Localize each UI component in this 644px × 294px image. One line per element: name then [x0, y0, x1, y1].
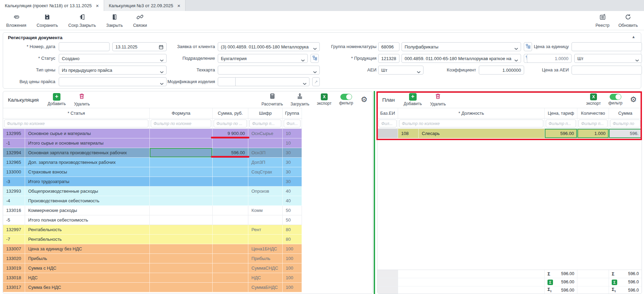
cell-summa[interactable]: [213, 273, 248, 283]
close-icon[interactable]: ×: [177, 3, 180, 8]
nomenclature-group-code-input[interactable]: [378, 42, 399, 51]
cell-statya[interactable]: Основная зарплата производственных рабоч…: [25, 148, 150, 158]
cell-id[interactable]: 133020: [3, 254, 25, 263]
cell-summa[interactable]: [213, 225, 248, 235]
cell-shifr[interactable]: [248, 215, 283, 225]
grid-settings-button[interactable]: ⚙: [630, 95, 637, 104]
cell-id[interactable]: -1: [3, 138, 25, 148]
cell-shifr[interactable]: Цена1БНДС: [248, 244, 283, 254]
cell-id[interactable]: -7: [3, 235, 25, 244]
table-row[interactable]: -5Итого полная себестоимость50: [3, 215, 302, 225]
cell-id[interactable]: -3: [3, 177, 25, 186]
filter-gruppa-input[interactable]: [284, 120, 301, 127]
filter-toggle[interactable]: фильтр: [339, 94, 353, 105]
table-row[interactable]: 132997РентабельностьРент80: [3, 225, 302, 235]
close-icon[interactable]: ×: [96, 3, 99, 8]
cell-gruppa[interactable]: 30: [283, 167, 302, 177]
cell-summa[interactable]: [213, 254, 248, 263]
cell-statya[interactable]: Итого трудозатраты: [25, 177, 150, 186]
cell-formula[interactable]: [150, 158, 213, 167]
cell-summa[interactable]: [213, 177, 248, 186]
cell-summa[interactable]: [213, 138, 248, 148]
cell-id[interactable]: 133007: [3, 244, 25, 254]
cell-shifr[interactable]: ОснЗП: [248, 148, 283, 158]
save-close-button[interactable]: Сохр.Закрыть: [68, 13, 96, 28]
cell-shifr[interactable]: Опроизв: [248, 186, 283, 196]
cell-formula[interactable]: [150, 215, 213, 225]
filter-summa-input[interactable]: [610, 120, 641, 127]
cell-summa[interactable]: [213, 244, 248, 254]
cell-gruppa[interactable]: 100: [283, 244, 302, 254]
cell-baz-ei[interactable]: [377, 129, 398, 138]
cell-gruppa[interactable]: 10: [283, 138, 302, 148]
price-type-select[interactable]: Из предыдущего прайса: [59, 66, 167, 75]
cell-shifr[interactable]: [248, 138, 283, 148]
table-row[interactable]: 108 Слесарь 596.00 1.000 596.: [377, 129, 642, 138]
attachments-button[interactable]: Вложения: [6, 13, 26, 28]
techcard-select[interactable]: [218, 66, 320, 75]
table-row[interactable]: 133000Страховые взносыСоцСтрах30: [3, 167, 302, 177]
column-header-dolzhnost[interactable]: * Должность: [398, 108, 545, 118]
quantity-unit-select[interactable]: Шт: [574, 54, 642, 63]
column-header-statya[interactable]: * Статья: [3, 108, 150, 118]
cell-statya[interactable]: НДС: [25, 273, 150, 283]
production-select[interactable]: 000.4859. 011.000-65-180 Металлорукав кр…: [402, 54, 521, 63]
cell-summa[interactable]: 596.00: [213, 148, 248, 158]
close-button[interactable]: Закрыть: [106, 13, 123, 28]
filter-toggle[interactable]: фильтр: [608, 94, 622, 105]
cell-id[interactable]: 132965: [3, 158, 25, 167]
cell-summa[interactable]: [213, 158, 248, 167]
cell-summa[interactable]: 9 900.00: [213, 129, 248, 138]
cell-shifr[interactable]: Рент: [248, 225, 283, 235]
cell-summa[interactable]: [213, 215, 248, 225]
filter-kolichestvo-input[interactable]: [578, 120, 608, 127]
modification-code-input[interactable]: [218, 77, 236, 86]
links-button[interactable]: Связки: [133, 13, 147, 28]
table-row[interactable]: 133007Цена за единицу без НДСЦена1БНДС10…: [3, 244, 302, 254]
cell-id[interactable]: 132994: [3, 148, 25, 158]
cell-statya[interactable]: Производственная себестоимость: [25, 196, 150, 206]
column-header-shifr[interactable]: Шифр: [248, 108, 283, 118]
cell-gruppa[interactable]: 100: [283, 254, 302, 263]
cell-qty[interactable]: 1.000: [577, 129, 609, 138]
cell-formula[interactable]: [150, 283, 213, 292]
cell-formula[interactable]: [150, 273, 213, 283]
cell-statya[interactable]: Основное сырье и материалы: [25, 129, 150, 138]
client-request-select[interactable]: (3) 000.4859. 011.000-65-180 Металлорука: [218, 42, 320, 51]
status-select[interactable]: Создано: [59, 54, 167, 63]
save-button[interactable]: Сохранить: [37, 13, 58, 28]
unit-price-input[interactable]: [572, 42, 642, 51]
cell-formula[interactable]: [150, 254, 213, 263]
cell-formula[interactable]: [150, 263, 213, 273]
number-input[interactable]: [59, 42, 110, 51]
cell-statya[interactable]: Итого сырье и основные материалы: [25, 138, 150, 148]
cell-shifr[interactable]: Прибыль: [248, 254, 283, 263]
table-row[interactable]: -1Итого сырье и основные материалы10: [3, 138, 302, 148]
cell-formula[interactable]: [150, 148, 213, 158]
cell-summa[interactable]: [213, 235, 248, 244]
aei-price-input[interactable]: [572, 66, 642, 75]
table-row[interactable]: 133017Сумма без НДССуммаБНДС100: [3, 283, 302, 292]
table-row[interactable]: -7Рентабельность80: [3, 235, 302, 244]
column-header-cena-tarif[interactable]: Цена, тариф: [545, 108, 577, 118]
cell-gruppa[interactable]: 10: [283, 129, 302, 138]
cell-id[interactable]: 133000: [3, 167, 25, 177]
cell-statya[interactable]: Коммерческие расходы: [25, 206, 150, 215]
cell-id[interactable]: 133018: [3, 273, 25, 283]
export-excel-button[interactable]: X экспорт: [317, 93, 332, 106]
cell-gruppa[interactable]: 30: [283, 158, 302, 167]
registry-button[interactable]: Реестр: [596, 13, 610, 28]
cell-summa[interactable]: [213, 186, 248, 196]
cell-gruppa[interactable]: 100: [283, 283, 302, 292]
column-header-formula[interactable]: Формула: [150, 108, 213, 118]
filter-shifr-input[interactable]: [249, 120, 281, 127]
table-row[interactable]: 132993Общепроизводственные расходыОпроиз…: [3, 186, 302, 196]
cell-gruppa[interactable]: 30: [283, 177, 302, 186]
filter-dolzhnost-input[interactable]: [399, 120, 543, 127]
cell-gruppa[interactable]: 100: [283, 273, 302, 283]
cell-position[interactable]: Слесарь: [419, 129, 545, 138]
filter-formula-input[interactable]: [151, 120, 211, 127]
cell-formula[interactable]: [150, 186, 213, 196]
production-code-input[interactable]: [378, 54, 399, 63]
column-header-summa[interactable]: Сумма, руб.: [213, 108, 248, 118]
